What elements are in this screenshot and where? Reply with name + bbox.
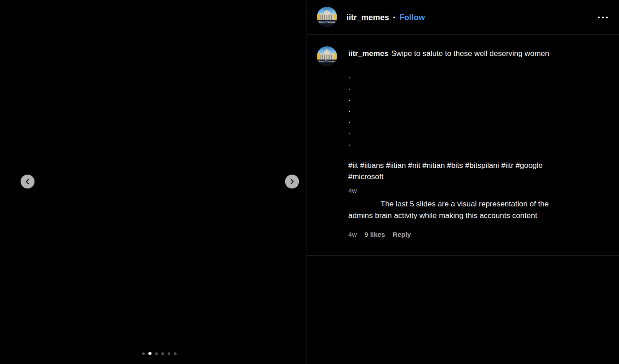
- caption-dot-line: .: [348, 70, 586, 81]
- carousel-dots: [142, 352, 177, 355]
- carousel-dot-5: [168, 352, 170, 355]
- caption-dot-line: .: [348, 81, 586, 93]
- carousel-dot-1: [142, 352, 145, 355]
- caption-text: iitr_memesSwipe to salute to these well …: [348, 48, 586, 195]
- caption-timestamp: 4w: [348, 187, 586, 195]
- username-follow-separator: •: [393, 14, 395, 21]
- ellipsis-icon: [598, 17, 608, 18]
- comment-likes-count[interactable]: 9 likes: [364, 229, 385, 240]
- carousel-dot-3: [155, 352, 158, 355]
- post-details-pane: James Thomason iitr_memes • Follow: [307, 0, 619, 364]
- caption-dot-line: .: [348, 104, 586, 115]
- instagram-post-view: James Thomason iitr_memes • Follow: [0, 0, 619, 364]
- comments-section: James Thomason iitr_memesSwipe to salute…: [307, 35, 619, 256]
- caption-dot-line: .: [348, 93, 586, 104]
- follow-button[interactable]: Follow: [399, 13, 425, 22]
- caption-hashtags-line2[interactable]: #microsoft: [348, 171, 586, 182]
- header-username[interactable]: iitr_memes: [346, 13, 389, 22]
- carousel-dot-2: [148, 352, 152, 355]
- comment: The last 5 slides are a visual represent…: [348, 198, 586, 240]
- header-user-row: iitr_memes • Follow: [346, 0, 425, 35]
- carousel-next-button[interactable]: [285, 175, 299, 188]
- comment-timestamp: 4w: [348, 229, 357, 240]
- caption-hashtags-line1[interactable]: #iit #iitians #iitian #nit #nitian #bits…: [348, 160, 586, 171]
- comment-text-line2: admins brain activity while making this …: [348, 210, 586, 222]
- caption-avatar[interactable]: James Thomason: [317, 46, 337, 66]
- carousel-dot-4: [161, 352, 164, 355]
- caption-username[interactable]: iitr_memes: [348, 49, 389, 58]
- carousel-media: [0, 0, 307, 364]
- chevron-right-icon: [288, 178, 296, 185]
- caption-dot-line: .: [348, 137, 586, 149]
- caption-dot-line: .: [348, 126, 586, 137]
- svg-text:James Thomason: James Thomason: [317, 60, 337, 63]
- comment-meta-row: 4w 9 likes Reply: [348, 229, 586, 240]
- caption-body: Swipe to salute to these well deserving …: [391, 49, 549, 58]
- post-header: James Thomason iitr_memes • Follow: [307, 0, 619, 35]
- caption-blank-line: [348, 59, 586, 70]
- comment-reply-button[interactable]: Reply: [393, 229, 411, 240]
- caption-first-line: iitr_memesSwipe to salute to these well …: [348, 48, 586, 59]
- caption-blank-line: [348, 149, 586, 160]
- comment-text-line1: The last 5 slides are a visual represent…: [348, 198, 586, 210]
- caption-dot-line: .: [348, 115, 586, 126]
- more-options-button[interactable]: [594, 13, 612, 22]
- carousel-dot-6: [174, 352, 177, 355]
- carousel-prev-button[interactable]: [21, 175, 35, 188]
- avatar-banner-text: James Thomason: [317, 21, 337, 23]
- avatar[interactable]: James Thomason: [317, 7, 337, 27]
- chevron-left-icon: [24, 178, 31, 185]
